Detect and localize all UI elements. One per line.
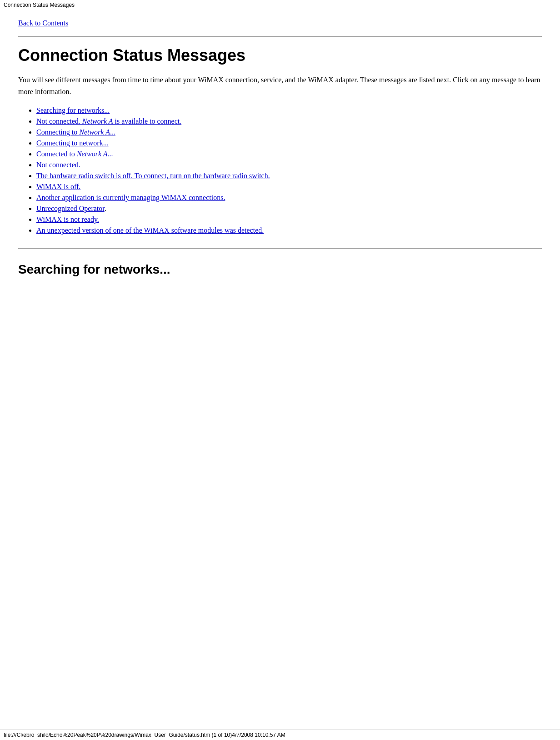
page-title: Connection Status Messages (18, 46, 542, 65)
msg5-link[interactable]: Connected to Network A... (36, 150, 113, 158)
list-item: An unexpected version of one of the WiMA… (36, 226, 542, 235)
list-item: WiMAX is off. (36, 183, 542, 191)
title-bar: Connection Status Messages (0, 0, 560, 10)
list-item: Searching for networks... (36, 106, 542, 115)
msg11-link[interactable]: WiMAX is not ready. (36, 215, 99, 223)
message-list: Searching for networks... Not connected.… (18, 106, 542, 235)
msg7-link[interactable]: The hardware radio switch is off. To con… (36, 172, 270, 180)
msg4-link[interactable]: Connecting to network... (36, 139, 109, 147)
status-bar-text: file:///Cl/ebro_shilo/Echo%20Peak%20P%20… (4, 732, 285, 738)
list-item: WiMAX is not ready. (36, 215, 542, 224)
msg3-link[interactable]: Connecting to Network A... (36, 128, 115, 136)
list-item: The hardware radio switch is off. To con… (36, 172, 542, 180)
back-to-contents-link[interactable]: Back to Contents (18, 19, 542, 27)
section-searching-heading: Searching for networks... (18, 262, 542, 277)
main-content: Back to Contents Connection Status Messa… (0, 10, 560, 300)
list-item: Connected to Network A... (36, 150, 542, 158)
list-item: Another application is currently managin… (36, 194, 542, 202)
msg8-link[interactable]: WiMAX is off. (36, 183, 80, 190)
msg2-link[interactable]: Not connected. Network A is available to… (36, 117, 181, 125)
msg12-link[interactable]: An unexpected version of one of the WiMA… (36, 226, 264, 234)
section-searching: Searching for networks... (18, 262, 542, 277)
middle-divider (18, 248, 542, 249)
list-item: Connecting to Network A... (36, 128, 542, 136)
list-item: Connecting to network... (36, 139, 542, 147)
msg10-link[interactable]: Unrecognized Operator (36, 205, 105, 212)
top-divider (18, 36, 542, 37)
msg10-period: . (105, 205, 106, 212)
title-bar-text: Connection Status Messages (4, 2, 75, 8)
intro-paragraph: You will see different messages from tim… (18, 74, 542, 97)
list-item: Not connected. (36, 161, 542, 169)
msg1-link[interactable]: Searching for networks... (36, 106, 110, 114)
msg6-link[interactable]: Not connected. (36, 161, 80, 169)
status-bar: file:///Cl/ebro_shilo/Echo%20Peak%20P%20… (0, 730, 560, 740)
list-item: Not connected. Network A is available to… (36, 117, 542, 125)
msg9-link[interactable]: Another application is currently managin… (36, 194, 225, 201)
list-item: Unrecognized Operator. (36, 205, 542, 213)
